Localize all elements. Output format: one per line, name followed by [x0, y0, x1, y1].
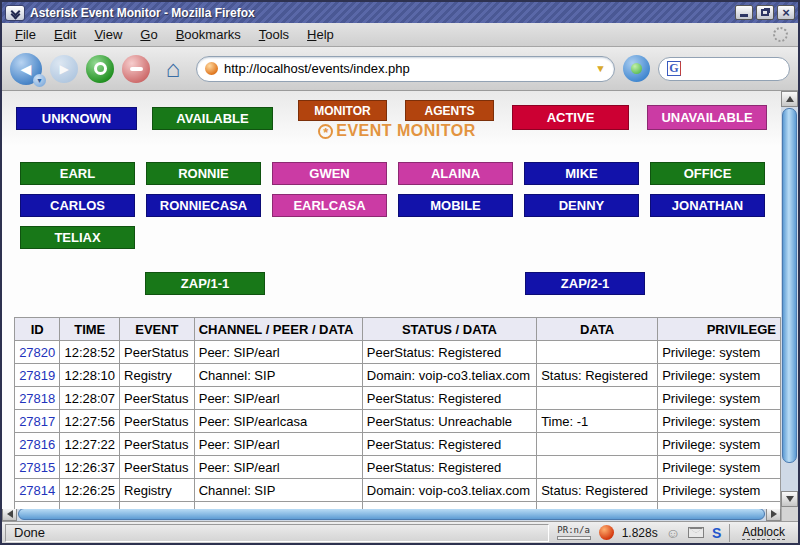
peer-button-earlcasa[interactable]: EARLCASA — [272, 194, 387, 217]
event-type: PeerStatus — [120, 502, 195, 510]
button-label: EARL — [60, 166, 95, 181]
maximize-button[interactable] — [756, 5, 774, 20]
peer-button-denny[interactable]: DENNY — [524, 194, 639, 217]
peer-button-alaina[interactable]: ALAINA — [398, 162, 513, 185]
event-status: PeerStatus: Registered — [362, 502, 536, 510]
peer-button-teliax[interactable]: TELIAX — [20, 226, 135, 249]
horizontal-scrollbar[interactable] — [2, 507, 781, 521]
peer-button-earl[interactable]: EARL — [20, 162, 135, 185]
peer-button-mike[interactable]: MIKE — [524, 162, 639, 185]
monitor-button[interactable]: MONITOR — [298, 100, 387, 121]
zap-2-1-button[interactable]: ZAP/2-1 — [525, 272, 645, 295]
menu-view[interactable]: View — [85, 24, 131, 45]
reload-button[interactable] — [86, 55, 114, 83]
button-label: RONNIECASA — [160, 198, 247, 213]
scroll-up-button[interactable] — [781, 91, 798, 107]
peer-button-ronnie[interactable]: RONNIE — [146, 162, 261, 185]
event-privilege: Privilege: system — [658, 433, 781, 456]
horizontal-scroll-thumb[interactable] — [18, 508, 765, 520]
minimize-button[interactable] — [735, 5, 753, 20]
event-time: 12:28:07 — [60, 387, 120, 410]
button-label: TELIAX — [54, 230, 100, 245]
mail-icon[interactable] — [688, 527, 704, 538]
url-input[interactable]: http://localhost/events/index.php — [224, 61, 589, 76]
status-bar: Done PR:n/a 1.828s ☺ S Adblock — [2, 521, 798, 543]
event-id-link[interactable]: 27820 — [15, 341, 60, 364]
peer-button-mobile[interactable]: MOBILE — [398, 194, 513, 217]
menu-tools[interactable]: Tools — [250, 24, 298, 45]
event-id-link[interactable]: 27819 — [15, 364, 60, 387]
event-channel: Channel: SIP — [194, 479, 362, 502]
button-label: MIKE — [565, 166, 598, 181]
peer-button-office[interactable]: OFFICE — [650, 162, 765, 185]
vertical-scroll-track[interactable] — [781, 464, 798, 491]
scroll-left-button[interactable] — [2, 507, 17, 521]
menu-edit[interactable]: Edit — [45, 24, 85, 45]
home-button[interactable]: ⌂ — [158, 54, 188, 84]
peer-button-carlos[interactable]: CARLOS — [20, 194, 135, 217]
menu-go[interactable]: Go — [131, 24, 166, 45]
event-privilege: Privilege: system — [658, 456, 781, 479]
event-id-link[interactable]: 27813 — [15, 502, 60, 510]
table-header-row: ID TIME EVENT CHANNEL / PEER / DATA STAT… — [15, 318, 781, 341]
table-row: 27814 12:26:25 Registry Channel: SIP Dom… — [15, 479, 781, 502]
agents-button[interactable]: AGENTS — [405, 100, 494, 121]
event-id-link[interactable]: 27814 — [15, 479, 60, 502]
back-dropdown-icon[interactable]: ▼ — [33, 74, 46, 87]
event-id-link[interactable]: 27815 — [15, 456, 60, 479]
event-id-link[interactable]: 27818 — [15, 387, 60, 410]
minimize-icon — [740, 14, 748, 17]
button-label: ACTIVE — [547, 110, 595, 125]
close-button[interactable]: × — [777, 5, 795, 20]
event-data: Time: -1 — [537, 410, 658, 433]
peer-button-gwen[interactable]: GWEN — [272, 162, 387, 185]
throbber-icon — [773, 27, 788, 42]
close-icon: × — [782, 8, 790, 18]
menu-bookmarks[interactable]: Bookmarks — [167, 24, 250, 45]
event-channel: Channel: SIP — [194, 364, 362, 387]
vertical-scroll-thumb[interactable] — [782, 108, 797, 463]
button-label: AVAILABLE — [176, 111, 248, 126]
scroll-down-button[interactable] — [781, 491, 798, 507]
go-button[interactable] — [623, 55, 650, 82]
event-channel: Peer: SIP/earlcasa — [194, 410, 362, 433]
window-menu-icon[interactable] — [5, 5, 25, 21]
menu-help[interactable]: Help — [298, 24, 343, 45]
button-label: CARLOS — [50, 198, 105, 213]
back-button[interactable]: ◀ ▼ — [10, 53, 42, 85]
event-privilege: Privilege: system — [658, 364, 781, 387]
button-label: RONNIE — [178, 166, 229, 181]
event-time: 12:27:22 — [60, 433, 120, 456]
scroll-right-button[interactable] — [766, 507, 781, 521]
vertical-scrollbar[interactable] — [781, 91, 798, 507]
forward-button[interactable]: ▶ — [50, 55, 78, 83]
event-id-link[interactable]: 27817 — [15, 410, 60, 433]
status-button-active[interactable]: ACTIVE — [512, 105, 629, 130]
s-extension-icon[interactable]: S — [712, 525, 721, 541]
smiley-icon[interactable]: ☺ — [666, 526, 680, 540]
browser-window: Asterisk Event Monitor - Mozilla Firefox… — [0, 0, 800, 545]
table-row: 27817 12:27:56 PeerStatus Peer: SIP/earl… — [15, 410, 781, 433]
peer-button-ronniecasa[interactable]: RONNIECASA — [146, 194, 261, 217]
button-label: EARLCASA — [293, 198, 365, 213]
event-channel: Peer: SIP/earl — [194, 341, 362, 364]
pagerank-indicator[interactable]: PR:n/a — [557, 525, 591, 540]
status-button-available[interactable]: AVAILABLE — [152, 107, 273, 130]
zap-1-1-button[interactable]: ZAP/1-1 — [145, 272, 265, 295]
status-button-unknown[interactable]: UNKNOWN — [16, 107, 137, 130]
peer-row-3: TELIAX — [20, 226, 146, 249]
search-input[interactable]: G — [658, 57, 790, 81]
menu-file[interactable]: File — [6, 24, 45, 45]
stop-button[interactable] — [122, 55, 150, 83]
event-id-link[interactable]: 27816 — [15, 433, 60, 456]
url-bar[interactable]: http://localhost/events/index.php ▼ — [196, 56, 615, 82]
event-type: PeerStatus — [120, 410, 195, 433]
peer-row-1: EARL RONNIE GWEN ALAINA MIKE OFFICE — [20, 162, 776, 185]
adblock-panel[interactable]: Adblock — [729, 524, 795, 542]
event-data — [537, 433, 658, 456]
fasterfox-icon[interactable] — [599, 525, 614, 540]
window-title: Asterisk Event Monitor - Mozilla Firefox — [30, 6, 735, 20]
peer-button-jonathan[interactable]: JONATHAN — [650, 194, 765, 217]
bookmark-icon[interactable]: ▼ — [595, 64, 606, 74]
status-button-unavailable[interactable]: UNAVAILABLE — [647, 105, 767, 130]
